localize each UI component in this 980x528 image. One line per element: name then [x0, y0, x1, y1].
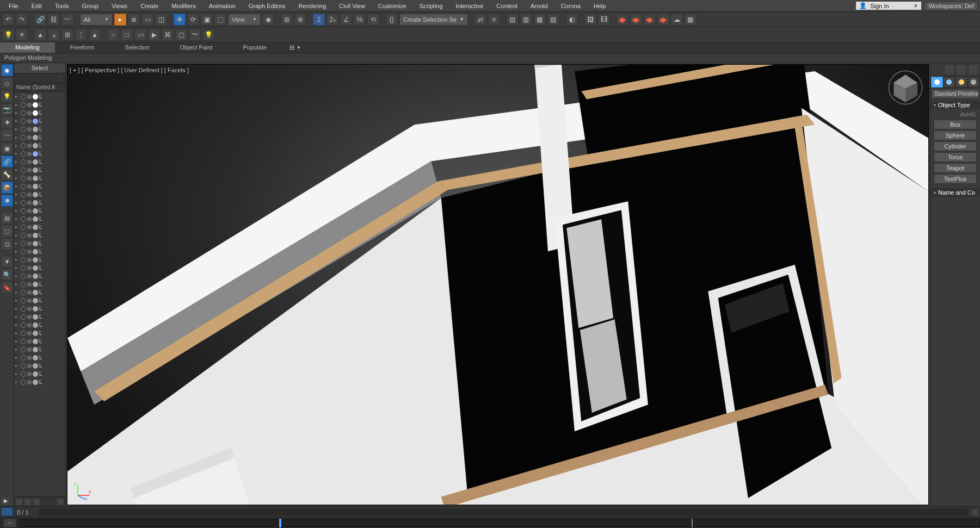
mini-play-button[interactable]: ▶	[1, 496, 10, 505]
textplus-button[interactable]: TextPlus	[934, 174, 977, 184]
scene-explorer-list[interactable]: ▸L▸L▸L▸L▸L▸L▸L▸L▸L▸L▸L▸L▸L▸L▸L▸L▸L▸L▸L▸L…	[14, 92, 65, 496]
select-by-name-button[interactable]: ≣	[128, 14, 140, 26]
track-area[interactable]	[20, 519, 980, 527]
time-right-button[interactable]	[971, 508, 979, 516]
scene-explorer-header[interactable]: Name (Sorted A	[14, 83, 65, 92]
hierarchy-tab[interactable]	[956, 77, 967, 88]
time-slot-indicator[interactable]	[1, 507, 13, 516]
ribbon-chevron-icon[interactable]: ▼	[297, 45, 301, 50]
scene-row[interactable]: ▸L	[14, 174, 65, 182]
menu-help[interactable]: Help	[587, 1, 613, 11]
explorer-options-icon[interactable]: ⋮	[58, 75, 63, 81]
ribbon-tab-populate[interactable]: Populate	[227, 42, 281, 53]
box-button[interactable]: Box	[934, 120, 977, 129]
ribbon-tab-selection[interactable]: Selection	[109, 42, 164, 53]
scene-row[interactable]: ▸L	[14, 207, 65, 215]
scale-button[interactable]: ▣	[201, 14, 213, 26]
menu-modifiers[interactable]: Modifiers	[165, 1, 202, 11]
toggle-ribbon-button[interactable]: ▥	[520, 14, 532, 26]
rotate-button[interactable]: ⟳	[187, 14, 199, 26]
keyboard-shortcut-button[interactable]: ⊕	[294, 14, 306, 26]
square-tool-icon[interactable]: □	[121, 29, 133, 41]
menu-group[interactable]: Group	[75, 1, 105, 11]
scene-row[interactable]: ▸L	[14, 215, 65, 223]
menu-scripting[interactable]: Scripting	[413, 1, 449, 11]
scene-row[interactable]: ▸L	[14, 353, 65, 362]
window-crossing-button[interactable]: ◫	[155, 14, 167, 26]
display-invert-icon[interactable]: ⊡	[1, 238, 13, 250]
snap-toggle-25d-button[interactable]: 2₅	[326, 14, 338, 26]
array-icon[interactable]: ⊞	[61, 29, 73, 41]
filter-frozen-icon[interactable]: ❄	[1, 195, 13, 207]
render-production-button[interactable]: 🫖	[617, 14, 628, 26]
scene-row[interactable]: ▸L	[14, 92, 65, 101]
undo-button[interactable]: ↶	[2, 14, 14, 26]
menu-arnold[interactable]: Arnold	[524, 1, 554, 11]
cmd-top-3[interactable]	[968, 64, 979, 75]
mirror-y-icon[interactable]: ⟁	[48, 29, 60, 41]
scene-row[interactable]: ▸L	[14, 198, 65, 207]
unlink-button[interactable]: ⛓	[48, 14, 60, 26]
use-pivot-button[interactable]: ◉	[262, 14, 274, 26]
select-object-button[interactable]: ▸	[114, 14, 126, 26]
ref-coord-dropdown[interactable]: View▼	[228, 14, 261, 26]
menu-file[interactable]: File	[2, 1, 25, 11]
scene-row[interactable]: ▸L	[14, 158, 65, 166]
trackbar-toggle[interactable]: ⌁	[3, 519, 16, 527]
filter-lights-icon[interactable]: 💡	[1, 90, 13, 102]
autogrid-checkbox[interactable]: AutoG	[932, 110, 979, 119]
menu-content[interactable]: Content	[490, 1, 524, 11]
scene-row[interactable]: ▸L	[14, 133, 65, 141]
display-none-icon[interactable]: ▢	[1, 225, 13, 237]
mirror-button[interactable]: ⇄	[474, 14, 486, 26]
bulb-tool-icon[interactable]: 💡	[202, 29, 214, 41]
placement-button[interactable]: ⬚	[214, 14, 226, 26]
scene-row[interactable]: ▸L	[14, 141, 65, 150]
light-icon[interactable]: 💡	[2, 29, 14, 41]
graph-tool-icon[interactable]: ⌘	[162, 29, 174, 41]
selection-filter-dropdown[interactable]: All▼	[80, 14, 113, 26]
scene-row[interactable]: ▸L	[14, 305, 65, 313]
menu-tools[interactable]: Tools	[48, 1, 76, 11]
move-button[interactable]: ✥	[174, 14, 186, 26]
scene-row[interactable]: ▸L	[14, 337, 65, 345]
scene-row[interactable]: ▸L	[14, 190, 65, 198]
select-region-rect-button[interactable]: ▭	[141, 14, 153, 26]
name-color-rollout-header[interactable]: Name and Co	[930, 188, 980, 197]
scene-row[interactable]: ▸L	[14, 378, 65, 386]
filter-bone-icon[interactable]: 🦴	[1, 169, 13, 181]
redo-button[interactable]: ↷	[16, 14, 28, 26]
scene-row[interactable]: ▸L	[14, 288, 65, 296]
scene-row[interactable]: ▸L	[14, 280, 65, 288]
filter-xrefs-icon[interactable]: 🔗	[1, 156, 13, 167]
render-frame-button[interactable]: 🎞	[598, 14, 610, 26]
scene-row[interactable]: ▸L	[14, 370, 65, 378]
scene-row[interactable]: ▸L	[14, 345, 65, 353]
scene-row[interactable]: ▸L	[14, 313, 65, 321]
viewcube[interactable]	[886, 68, 925, 107]
scene-row[interactable]: ▸L	[14, 109, 65, 117]
explorer-foot-3[interactable]	[33, 498, 40, 506]
play-tool-icon[interactable]: ▶	[148, 29, 160, 41]
filter-containers-icon[interactable]: 📦	[1, 182, 13, 194]
menu-edit[interactable]: Edit	[25, 1, 48, 11]
filter-spacewarps-icon[interactable]: 〰	[1, 129, 13, 141]
link-button[interactable]: 🔗	[34, 14, 46, 26]
explorer-foot-1[interactable]	[15, 498, 23, 506]
cmd-top-2[interactable]	[956, 64, 967, 75]
curve-editor-button[interactable]: ▦	[534, 14, 546, 26]
ribbon-tab-modeling[interactable]: Modeling	[0, 42, 55, 53]
scene-row[interactable]: ▸L	[14, 182, 65, 190]
spacing-icon[interactable]: ⋮	[75, 29, 87, 41]
filter-groups-icon[interactable]: ▣	[1, 142, 13, 154]
render-iterative-button[interactable]: 🫖	[630, 14, 642, 26]
menu-rendering[interactable]: Rendering	[292, 1, 333, 11]
render-preset-button[interactable]: ▦	[685, 14, 697, 26]
circle-tool-icon[interactable]: ○	[107, 29, 119, 41]
create-tab[interactable]	[931, 77, 943, 88]
scene-row[interactable]: ▸L	[14, 223, 65, 231]
render-cloud-button[interactable]: ☁	[671, 14, 683, 26]
time-slider[interactable]	[39, 509, 967, 515]
layer-explorer-button[interactable]: ▤	[507, 14, 519, 26]
torus-button[interactable]: Torus	[934, 152, 977, 162]
